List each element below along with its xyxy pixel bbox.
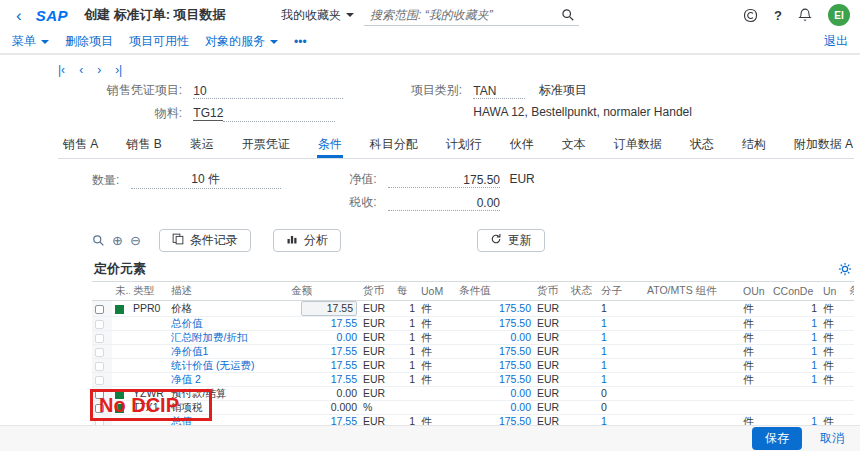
- amount-cell[interactable]: 17.55: [288, 301, 360, 317]
- item-category-value[interactable]: TAN: [473, 84, 525, 99]
- menu-item-对象的服务[interactable]: 对象的服务: [205, 33, 278, 50]
- condition-type-cell[interactable]: [130, 331, 168, 345]
- exit-button[interactable]: 退出: [824, 33, 848, 50]
- update-button[interactable]: 更新: [477, 229, 545, 252]
- select-cell[interactable]: [92, 373, 112, 387]
- description-cell[interactable]: 统计价值 (无运费): [168, 359, 288, 373]
- column-header-金额[interactable]: 金额: [288, 282, 360, 301]
- next-record-button[interactable]: ›: [97, 63, 101, 77]
- menu-item-菜单[interactable]: 菜单: [12, 33, 49, 50]
- row-checkbox[interactable]: [95, 334, 104, 343]
- tab-条件[interactable]: 条件: [317, 132, 343, 158]
- column-header-CConDe[interactable]: CConDe: [770, 282, 820, 301]
- pricing-row[interactable]: PPR0价格17.55EUR1件175.50EUR1件1件: [92, 301, 854, 317]
- select-cell[interactable]: [92, 359, 112, 373]
- pricing-row[interactable]: 总价值17.55EUR1件175.50EUR1件1件: [92, 317, 854, 331]
- amount-cell[interactable]: 17.55: [288, 359, 360, 373]
- amount-cell[interactable]: 17.55: [288, 373, 360, 387]
- table-settings-gear-icon[interactable]: [838, 262, 852, 276]
- currency-cell[interactable]: EUR: [360, 331, 394, 345]
- column-header-描述[interactable]: 描述: [168, 282, 288, 301]
- tab-伙伴[interactable]: 伙伴: [509, 132, 535, 158]
- currency-cell[interactable]: EUR: [360, 301, 394, 317]
- search-scope-dropdown[interactable]: 我的收藏夹: [281, 7, 354, 24]
- currency-cell[interactable]: %: [360, 401, 394, 415]
- amount-cell[interactable]: 17.55: [288, 345, 360, 359]
- column-header-未...[interactable]: 未...: [112, 282, 130, 301]
- column-header-类型[interactable]: 类型: [130, 282, 168, 301]
- search-input[interactable]: [368, 7, 553, 23]
- select-cell[interactable]: [92, 345, 112, 359]
- tab-附加数据 A[interactable]: 附加数据 A: [793, 132, 854, 158]
- amount-cell[interactable]: 0.00: [288, 387, 360, 401]
- condition-type-cell[interactable]: PPR0: [130, 301, 168, 317]
- condition-type-cell[interactable]: [130, 317, 168, 331]
- column-header-每[interactable]: 每: [394, 282, 418, 301]
- select-cell[interactable]: [92, 317, 112, 331]
- sales-doc-item-value[interactable]: 10: [193, 84, 343, 99]
- menu-item-删除项目[interactable]: 删除项目: [65, 33, 113, 50]
- row-checkbox[interactable]: [95, 362, 104, 371]
- row-checkbox[interactable]: [95, 348, 104, 357]
- column-header-条件值[interactable]: 条件值: [456, 282, 534, 301]
- condition-type-cell[interactable]: [130, 345, 168, 359]
- tab-开票凭证[interactable]: 开票凭证: [241, 132, 291, 158]
- currency-cell[interactable]: EUR: [360, 345, 394, 359]
- description-cell[interactable]: 总价值: [168, 317, 288, 331]
- pricing-row[interactable]: 汇总附加费/折扣0.00EUR1件0.00EUR1件1件: [92, 331, 854, 345]
- description-cell[interactable]: 价格: [168, 301, 288, 317]
- select-cell[interactable]: [92, 331, 112, 345]
- last-record-button[interactable]: ›|: [115, 63, 122, 77]
- amount-cell[interactable]: 17.55: [288, 317, 360, 331]
- amount-cell[interactable]: 0.000: [288, 401, 360, 415]
- tab-文本[interactable]: 文本: [561, 132, 587, 158]
- menu-item-•••[interactable]: •••: [294, 35, 307, 49]
- tab-销售 B[interactable]: 销售 B: [125, 132, 162, 158]
- condition-records-button[interactable]: 条件记录: [159, 229, 251, 252]
- magnifier-icon[interactable]: [92, 234, 105, 247]
- column-header-ATO/MTS 组件[interactable]: ATO/MTS 组件: [644, 282, 740, 301]
- column-header-UoM[interactable]: UoM: [418, 282, 456, 301]
- column-header-Un[interactable]: Un: [820, 282, 846, 301]
- currency-cell[interactable]: EUR: [360, 387, 394, 401]
- help-icon[interactable]: ?: [774, 8, 782, 23]
- currency-cell[interactable]: EUR: [360, 359, 394, 373]
- copilot-icon[interactable]: [743, 8, 758, 23]
- column-header-分子[interactable]: 分子: [598, 282, 644, 301]
- description-cell[interactable]: 净价值1: [168, 345, 288, 359]
- back-button[interactable]: ‹: [10, 7, 28, 24]
- currency-cell[interactable]: EUR: [360, 373, 394, 387]
- column-header-select[interactable]: [92, 282, 112, 301]
- analysis-button[interactable]: 分析: [273, 229, 341, 252]
- previous-record-button[interactable]: ‹: [79, 63, 83, 77]
- column-header-条件[interactable]: 条件: [846, 282, 854, 301]
- amount-cell[interactable]: 0.00: [288, 331, 360, 345]
- tab-结构[interactable]: 结构: [741, 132, 767, 158]
- tab-销售 A[interactable]: 销售 A: [62, 132, 99, 158]
- column-header-货币[interactable]: 货币: [534, 282, 568, 301]
- condition-type-cell[interactable]: [130, 359, 168, 373]
- zoom-out-icon[interactable]: ⊖: [130, 233, 141, 248]
- column-header-OUn[interactable]: OUn: [740, 282, 770, 301]
- description-cell[interactable]: 汇总附加费/折扣: [168, 331, 288, 345]
- first-record-button[interactable]: |‹: [58, 63, 65, 77]
- pricing-row[interactable]: 统计价值 (无运费)17.55EUR1件175.50EUR1件1件: [92, 359, 854, 373]
- save-button[interactable]: 保存: [752, 427, 802, 450]
- select-cell[interactable]: [92, 301, 112, 317]
- tab-计划行[interactable]: 计划行: [445, 132, 483, 158]
- column-header-状态[interactable]: 状态: [568, 282, 598, 301]
- description-cell[interactable]: 净值 2: [168, 373, 288, 387]
- row-checkbox[interactable]: [95, 376, 104, 385]
- tab-装运[interactable]: 装运: [189, 132, 215, 158]
- search-icon[interactable]: [561, 8, 575, 22]
- menu-item-项目可用性[interactable]: 项目可用性: [129, 33, 189, 50]
- column-header-货币[interactable]: 货币: [360, 282, 394, 301]
- tab-状态[interactable]: 状态: [689, 132, 715, 158]
- cancel-button[interactable]: 取消: [814, 429, 850, 448]
- pricing-row[interactable]: 净值 217.55EUR1件175.50EUR1件1件: [92, 373, 854, 387]
- user-avatar[interactable]: EI: [828, 4, 850, 26]
- condition-type-cell[interactable]: [130, 373, 168, 387]
- pricing-row[interactable]: 净价值117.55EUR1件175.50EUR1件1件: [92, 345, 854, 359]
- currency-cell[interactable]: EUR: [360, 317, 394, 331]
- notifications-bell-icon[interactable]: [798, 8, 812, 22]
